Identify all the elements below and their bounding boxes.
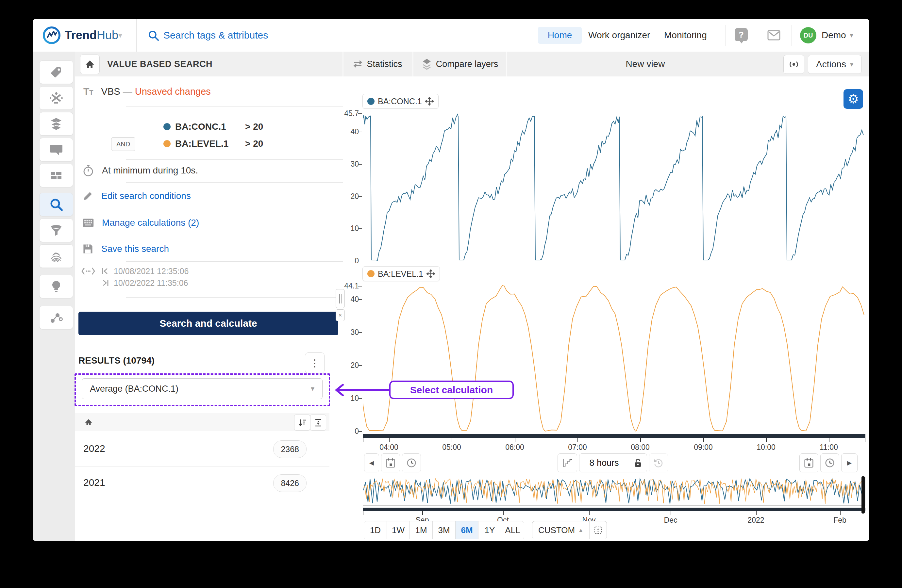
nav-item-home[interactable]: Home (538, 27, 582, 44)
sidebar-item-dashboard[interactable] (39, 164, 73, 187)
manage-link-label: Manage calculations (2) (102, 217, 199, 228)
condition-row-1[interactable]: BA:CONC.1 > 20 (163, 120, 263, 133)
line-chart-conc[interactable] (363, 113, 865, 262)
series-dot-orange (163, 140, 171, 147)
sidebar-item-comments[interactable] (39, 138, 73, 161)
pencil-icon (82, 191, 94, 202)
panel-splitter-handle[interactable] (336, 289, 345, 308)
date-start-row[interactable]: 10/08/2021 12:35:06 (101, 266, 189, 276)
range-button-1m[interactable]: 1M (410, 521, 433, 539)
range-button-3m[interactable]: 3M (433, 521, 456, 539)
overview-axis-bar[interactable] (363, 508, 865, 511)
collapse-button[interactable] (310, 414, 326, 430)
annotation-label: Select calculation (410, 385, 493, 396)
pan-left-button[interactable]: ◀ (364, 454, 379, 472)
pan-right-button[interactable]: ▶ (841, 454, 858, 472)
actions-button[interactable]: Actions ▾ (808, 55, 861, 74)
condition-operator: > 20 (245, 139, 263, 149)
live-broadcast-button[interactable] (783, 55, 804, 74)
custom-range-button[interactable]: CUSTOM ▲ (532, 521, 589, 539)
lock-icon[interactable] (629, 458, 647, 468)
sidebar-item-layers[interactable] (39, 112, 73, 136)
range-button-1w[interactable]: 1W (387, 521, 410, 539)
actions-caret-icon: ▾ (850, 61, 853, 68)
sidebar-item-filter[interactable] (39, 219, 73, 242)
calendar-end-button[interactable] (799, 454, 818, 472)
overview-selection-handle[interactable] (861, 476, 865, 513)
sidebar-item-tags[interactable] (39, 61, 73, 84)
sidebar-item-calculations[interactable] (39, 86, 73, 110)
sidebar-item-search[interactable] (39, 193, 73, 216)
context-overview[interactable] (363, 477, 865, 506)
duration-row[interactable]: At minimum during 10s. (82, 163, 198, 178)
mail-icon[interactable] (767, 30, 780, 41)
avatar[interactable]: DU (800, 27, 816, 44)
x-axis-label: 07:00 (568, 443, 587, 452)
sidebar-item-fingerprint[interactable] (39, 244, 73, 268)
user-caret-icon[interactable]: ▾ (850, 19, 853, 52)
nav-item-work-organizer[interactable]: Work organizer (588, 19, 650, 52)
brand-name[interactable]: TrendHub (65, 19, 118, 52)
date-end-row[interactable]: 10/02/2022 11:35:06 (101, 278, 188, 288)
tick (358, 431, 362, 432)
tab-compare-layers[interactable]: Compare layers (413, 52, 506, 77)
trend-mode-button[interactable] (557, 454, 577, 472)
brand-bold: Trend (65, 28, 97, 42)
row-count-badge: 8426 (273, 474, 307, 492)
duration-label: At minimum during 10s. (102, 165, 198, 176)
panel-close-button[interactable]: × (336, 310, 345, 321)
vbs-name-row[interactable]: TT VBS — Unsaved changes (83, 84, 211, 99)
y-axis-tick: 10 (336, 224, 359, 233)
search-input[interactable]: Search tags & attributes (163, 19, 392, 52)
sidebar-item-recommendations[interactable] (39, 275, 73, 298)
edit-search-conditions-link[interactable]: Edit search conditions (82, 189, 191, 203)
home-button[interactable] (80, 55, 100, 74)
legend-chip-level[interactable]: BA:LEVEL.1 (362, 266, 440, 281)
clock-start-button[interactable] (402, 454, 421, 472)
calendar-start-button[interactable] (381, 454, 400, 472)
range-button-1d[interactable]: 1D (364, 521, 387, 539)
range-button-all[interactable]: ALL (501, 521, 524, 539)
help-icon[interactable]: ? (734, 28, 748, 41)
trendhub-logo-icon[interactable] (42, 26, 61, 44)
top-header: TrendHub ▾ Search tags & attributes Home… (33, 19, 869, 52)
results-menu-button[interactable]: ⋮ (305, 352, 324, 374)
legend-chip-conc[interactable]: BA:CONC.1 (362, 94, 438, 109)
tick (358, 228, 362, 229)
search-and-calculate-button[interactable]: Search and calculate (78, 312, 338, 335)
user-menu[interactable]: Demo (822, 19, 846, 52)
history-button[interactable] (649, 454, 668, 472)
history-icon (654, 458, 664, 468)
move-icon[interactable] (425, 97, 434, 105)
grip-icon (339, 294, 340, 303)
condition-row-2[interactable]: BA:LEVEL.1 > 20 (163, 137, 263, 150)
edit-link-label: Edit search conditions (101, 191, 191, 201)
timespan-lock-group[interactable]: 8 hours (579, 454, 647, 472)
manage-calculations-link[interactable]: Manage calculations (2) (82, 216, 199, 230)
line-chart-level[interactable] (363, 285, 865, 432)
move-icon[interactable] (426, 269, 435, 278)
group-home-icon[interactable] (84, 418, 93, 427)
range-button-1y[interactable]: 1Y (478, 521, 501, 539)
sort-button[interactable] (294, 414, 310, 430)
y-axis-tick: 20 (336, 361, 359, 369)
annotation-arrow (332, 378, 394, 402)
sidebar-item-context[interactable] (39, 306, 73, 329)
fit-view-button[interactable] (590, 521, 606, 539)
brand-caret-icon[interactable]: ▾ (118, 19, 122, 52)
chart-settings-button[interactable]: ⚙ (844, 89, 863, 109)
save-search-link[interactable]: Save this search (82, 242, 169, 256)
range-button-6m[interactable]: 6M (456, 521, 478, 539)
table-row[interactable]: 2021 8426 (75, 466, 329, 499)
tab-statistics[interactable]: Statistics (343, 52, 412, 77)
table-row[interactable]: 2022 2368 (75, 431, 329, 466)
clock-end-button[interactable] (820, 454, 839, 472)
condition-tag: BA:LEVEL.1 (175, 139, 241, 149)
condition-tag: BA:CONC.1 (175, 122, 241, 132)
nav-item-monitoring[interactable]: Monitoring (664, 19, 707, 52)
tick (503, 511, 504, 515)
results-title: RESULTS (10794) (78, 355, 155, 366)
skip-start-icon (101, 267, 109, 275)
calculation-dropdown[interactable]: Average (BA:CONC.1) ▾ (82, 378, 323, 399)
x-axis-bar[interactable] (363, 434, 865, 438)
